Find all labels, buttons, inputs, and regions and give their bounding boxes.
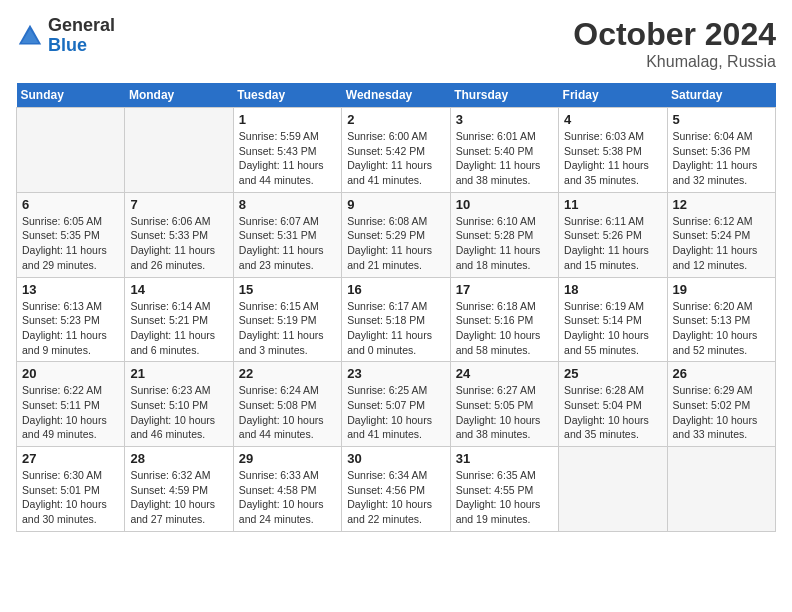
day-number: 15 bbox=[239, 282, 336, 297]
day-number: 11 bbox=[564, 197, 661, 212]
calendar-cell: 8Sunrise: 6:07 AM Sunset: 5:31 PM Daylig… bbox=[233, 192, 341, 277]
day-number: 18 bbox=[564, 282, 661, 297]
logo-icon bbox=[16, 22, 44, 50]
day-info: Sunrise: 6:12 AM Sunset: 5:24 PM Dayligh… bbox=[673, 214, 770, 273]
calendar-cell: 31Sunrise: 6:35 AM Sunset: 4:55 PM Dayli… bbox=[450, 447, 558, 532]
day-number: 3 bbox=[456, 112, 553, 127]
weekday-header: Wednesday bbox=[342, 83, 450, 108]
calendar-cell: 10Sunrise: 6:10 AM Sunset: 5:28 PM Dayli… bbox=[450, 192, 558, 277]
calendar-cell: 23Sunrise: 6:25 AM Sunset: 5:07 PM Dayli… bbox=[342, 362, 450, 447]
title-block: October 2024 Khumalag, Russia bbox=[573, 16, 776, 71]
day-number: 5 bbox=[673, 112, 770, 127]
calendar-cell: 11Sunrise: 6:11 AM Sunset: 5:26 PM Dayli… bbox=[559, 192, 667, 277]
day-info: Sunrise: 6:03 AM Sunset: 5:38 PM Dayligh… bbox=[564, 129, 661, 188]
day-number: 6 bbox=[22, 197, 119, 212]
day-info: Sunrise: 6:15 AM Sunset: 5:19 PM Dayligh… bbox=[239, 299, 336, 358]
day-info: Sunrise: 5:59 AM Sunset: 5:43 PM Dayligh… bbox=[239, 129, 336, 188]
day-number: 8 bbox=[239, 197, 336, 212]
day-info: Sunrise: 6:25 AM Sunset: 5:07 PM Dayligh… bbox=[347, 383, 444, 442]
calendar-cell: 15Sunrise: 6:15 AM Sunset: 5:19 PM Dayli… bbox=[233, 277, 341, 362]
calendar-cell bbox=[17, 108, 125, 193]
logo-general: General bbox=[48, 16, 115, 36]
day-number: 14 bbox=[130, 282, 227, 297]
day-number: 13 bbox=[22, 282, 119, 297]
day-number: 27 bbox=[22, 451, 119, 466]
day-info: Sunrise: 6:14 AM Sunset: 5:21 PM Dayligh… bbox=[130, 299, 227, 358]
calendar-cell: 26Sunrise: 6:29 AM Sunset: 5:02 PM Dayli… bbox=[667, 362, 775, 447]
day-info: Sunrise: 6:05 AM Sunset: 5:35 PM Dayligh… bbox=[22, 214, 119, 273]
calendar-cell: 22Sunrise: 6:24 AM Sunset: 5:08 PM Dayli… bbox=[233, 362, 341, 447]
location: Khumalag, Russia bbox=[573, 53, 776, 71]
day-info: Sunrise: 6:33 AM Sunset: 4:58 PM Dayligh… bbox=[239, 468, 336, 527]
calendar-cell: 7Sunrise: 6:06 AM Sunset: 5:33 PM Daylig… bbox=[125, 192, 233, 277]
calendar-cell: 14Sunrise: 6:14 AM Sunset: 5:21 PM Dayli… bbox=[125, 277, 233, 362]
calendar-week-row: 20Sunrise: 6:22 AM Sunset: 5:11 PM Dayli… bbox=[17, 362, 776, 447]
calendar-cell: 19Sunrise: 6:20 AM Sunset: 5:13 PM Dayli… bbox=[667, 277, 775, 362]
calendar-cell: 1Sunrise: 5:59 AM Sunset: 5:43 PM Daylig… bbox=[233, 108, 341, 193]
calendar-cell: 9Sunrise: 6:08 AM Sunset: 5:29 PM Daylig… bbox=[342, 192, 450, 277]
day-info: Sunrise: 6:13 AM Sunset: 5:23 PM Dayligh… bbox=[22, 299, 119, 358]
day-number: 1 bbox=[239, 112, 336, 127]
calendar-cell bbox=[125, 108, 233, 193]
day-info: Sunrise: 6:19 AM Sunset: 5:14 PM Dayligh… bbox=[564, 299, 661, 358]
weekday-header: Monday bbox=[125, 83, 233, 108]
day-info: Sunrise: 6:18 AM Sunset: 5:16 PM Dayligh… bbox=[456, 299, 553, 358]
calendar-cell: 5Sunrise: 6:04 AM Sunset: 5:36 PM Daylig… bbox=[667, 108, 775, 193]
day-number: 17 bbox=[456, 282, 553, 297]
day-info: Sunrise: 6:32 AM Sunset: 4:59 PM Dayligh… bbox=[130, 468, 227, 527]
calendar-cell: 30Sunrise: 6:34 AM Sunset: 4:56 PM Dayli… bbox=[342, 447, 450, 532]
calendar-cell: 29Sunrise: 6:33 AM Sunset: 4:58 PM Dayli… bbox=[233, 447, 341, 532]
day-info: Sunrise: 6:28 AM Sunset: 5:04 PM Dayligh… bbox=[564, 383, 661, 442]
day-info: Sunrise: 6:06 AM Sunset: 5:33 PM Dayligh… bbox=[130, 214, 227, 273]
day-info: Sunrise: 6:23 AM Sunset: 5:10 PM Dayligh… bbox=[130, 383, 227, 442]
calendar-cell bbox=[559, 447, 667, 532]
weekday-header: Thursday bbox=[450, 83, 558, 108]
calendar-cell: 4Sunrise: 6:03 AM Sunset: 5:38 PM Daylig… bbox=[559, 108, 667, 193]
day-number: 19 bbox=[673, 282, 770, 297]
day-info: Sunrise: 6:35 AM Sunset: 4:55 PM Dayligh… bbox=[456, 468, 553, 527]
calendar-cell: 2Sunrise: 6:00 AM Sunset: 5:42 PM Daylig… bbox=[342, 108, 450, 193]
calendar-cell: 3Sunrise: 6:01 AM Sunset: 5:40 PM Daylig… bbox=[450, 108, 558, 193]
calendar-cell: 18Sunrise: 6:19 AM Sunset: 5:14 PM Dayli… bbox=[559, 277, 667, 362]
calendar-table: SundayMondayTuesdayWednesdayThursdayFrid… bbox=[16, 83, 776, 532]
day-number: 16 bbox=[347, 282, 444, 297]
day-info: Sunrise: 6:22 AM Sunset: 5:11 PM Dayligh… bbox=[22, 383, 119, 442]
day-info: Sunrise: 6:34 AM Sunset: 4:56 PM Dayligh… bbox=[347, 468, 444, 527]
day-number: 30 bbox=[347, 451, 444, 466]
day-info: Sunrise: 6:30 AM Sunset: 5:01 PM Dayligh… bbox=[22, 468, 119, 527]
weekday-header: Sunday bbox=[17, 83, 125, 108]
day-number: 31 bbox=[456, 451, 553, 466]
day-info: Sunrise: 6:08 AM Sunset: 5:29 PM Dayligh… bbox=[347, 214, 444, 273]
calendar-week-row: 1Sunrise: 5:59 AM Sunset: 5:43 PM Daylig… bbox=[17, 108, 776, 193]
day-number: 20 bbox=[22, 366, 119, 381]
page-header: General Blue October 2024 Khumalag, Russ… bbox=[16, 16, 776, 71]
day-number: 22 bbox=[239, 366, 336, 381]
day-number: 10 bbox=[456, 197, 553, 212]
calendar-cell: 12Sunrise: 6:12 AM Sunset: 5:24 PM Dayli… bbox=[667, 192, 775, 277]
calendar-cell: 6Sunrise: 6:05 AM Sunset: 5:35 PM Daylig… bbox=[17, 192, 125, 277]
calendar-week-row: 27Sunrise: 6:30 AM Sunset: 5:01 PM Dayli… bbox=[17, 447, 776, 532]
calendar-cell: 20Sunrise: 6:22 AM Sunset: 5:11 PM Dayli… bbox=[17, 362, 125, 447]
day-number: 4 bbox=[564, 112, 661, 127]
calendar-cell: 17Sunrise: 6:18 AM Sunset: 5:16 PM Dayli… bbox=[450, 277, 558, 362]
calendar-week-row: 13Sunrise: 6:13 AM Sunset: 5:23 PM Dayli… bbox=[17, 277, 776, 362]
month-title: October 2024 bbox=[573, 16, 776, 53]
day-info: Sunrise: 6:27 AM Sunset: 5:05 PM Dayligh… bbox=[456, 383, 553, 442]
day-info: Sunrise: 6:07 AM Sunset: 5:31 PM Dayligh… bbox=[239, 214, 336, 273]
day-info: Sunrise: 6:24 AM Sunset: 5:08 PM Dayligh… bbox=[239, 383, 336, 442]
day-number: 24 bbox=[456, 366, 553, 381]
day-info: Sunrise: 6:11 AM Sunset: 5:26 PM Dayligh… bbox=[564, 214, 661, 273]
day-number: 26 bbox=[673, 366, 770, 381]
day-number: 25 bbox=[564, 366, 661, 381]
calendar-cell bbox=[667, 447, 775, 532]
day-info: Sunrise: 6:29 AM Sunset: 5:02 PM Dayligh… bbox=[673, 383, 770, 442]
day-info: Sunrise: 6:00 AM Sunset: 5:42 PM Dayligh… bbox=[347, 129, 444, 188]
day-info: Sunrise: 6:01 AM Sunset: 5:40 PM Dayligh… bbox=[456, 129, 553, 188]
calendar-cell: 27Sunrise: 6:30 AM Sunset: 5:01 PM Dayli… bbox=[17, 447, 125, 532]
weekday-header: Friday bbox=[559, 83, 667, 108]
day-number: 7 bbox=[130, 197, 227, 212]
day-number: 23 bbox=[347, 366, 444, 381]
calendar-cell: 28Sunrise: 6:32 AM Sunset: 4:59 PM Dayli… bbox=[125, 447, 233, 532]
day-info: Sunrise: 6:17 AM Sunset: 5:18 PM Dayligh… bbox=[347, 299, 444, 358]
day-info: Sunrise: 6:20 AM Sunset: 5:13 PM Dayligh… bbox=[673, 299, 770, 358]
